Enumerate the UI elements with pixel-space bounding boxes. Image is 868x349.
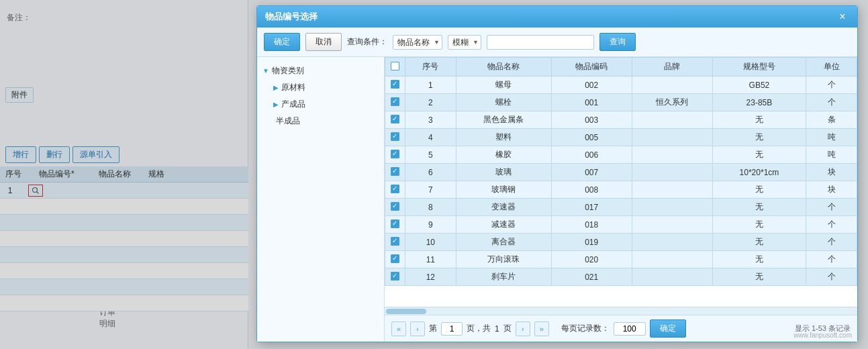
row-code: 007 (551, 164, 632, 181)
modal-titlebar: 物品编号选择 × (257, 6, 857, 28)
row-checkbox-8[interactable] (385, 199, 405, 216)
row-code: 006 (551, 146, 632, 164)
row-num: 4 (405, 129, 456, 146)
tree-child-finished-arrow: ▶ (273, 101, 279, 108)
match-select[interactable]: 模糊 精确 (448, 35, 481, 50)
row-code: 017 (551, 199, 632, 216)
field-select[interactable]: 物品名称 物品编号 品牌 (393, 35, 442, 50)
data-panel: 序号 物品名称 物品编码 品牌 规格型号 单位 1螺母002GB52个2螺栓00… (385, 57, 857, 342)
table-row: 8变速器017无个 (385, 199, 857, 216)
page-number-input[interactable] (441, 322, 463, 336)
th-unit: 单位 (806, 58, 857, 77)
row-checkbox-3[interactable] (385, 111, 405, 129)
checkbox-checked[interactable] (391, 219, 399, 228)
checkbox-checked[interactable] (391, 272, 399, 281)
field-select-wrap[interactable]: 物品名称 物品编号 品牌 (393, 35, 442, 50)
table-row: 9减速器018无个 (385, 216, 857, 234)
row-brand (632, 216, 712, 234)
row-num: 7 (405, 181, 456, 199)
checkbox-checked[interactable] (391, 254, 399, 263)
row-checkbox-5[interactable] (385, 146, 405, 164)
row-name: 螺栓 (456, 94, 551, 111)
row-checkbox-2[interactable] (385, 94, 405, 111)
row-spec: 10*20*1cm (712, 164, 806, 181)
prev-page-button[interactable]: ‹ (410, 321, 425, 336)
row-code: 021 (551, 268, 632, 286)
checkbox-checked[interactable] (391, 115, 399, 123)
row-checkbox-6[interactable] (385, 164, 405, 181)
row-name: 刹车片 (456, 268, 551, 286)
modal-toolbar: 确定 取消 查询条件： 物品名称 物品编号 品牌 模糊 精确 查询 (257, 28, 857, 57)
modal-cancel-button[interactable]: 取消 (305, 33, 342, 51)
th-checkbox[interactable] (385, 58, 405, 77)
row-brand (632, 251, 712, 268)
table-header-row: 序号 物品名称 物品编码 品牌 规格型号 单位 (385, 58, 857, 77)
row-num: 5 (405, 146, 456, 164)
checkbox-checked[interactable] (391, 237, 399, 246)
row-name: 离合器 (456, 234, 551, 251)
row-code: 001 (551, 94, 632, 111)
row-checkbox-11[interactable] (385, 251, 405, 268)
row-name: 黑色金属条 (456, 111, 551, 129)
next-page-button[interactable]: › (516, 321, 530, 336)
query-button[interactable]: 查询 (599, 33, 636, 51)
tree-child-rawmaterial[interactable]: ▶ 原材料 (257, 79, 384, 96)
checkbox-checked[interactable] (391, 150, 399, 158)
pagination-confirm-button[interactable]: 确定 (650, 319, 686, 338)
th-spec: 规格型号 (712, 58, 806, 77)
match-select-wrap[interactable]: 模糊 精确 (448, 35, 481, 50)
row-name: 万向滚珠 (456, 251, 551, 268)
modal-close-button[interactable]: × (836, 10, 849, 23)
table-row: 3黑色金属条003无条 (385, 111, 857, 129)
table-row: 1螺母002GB52个 (385, 77, 857, 94)
row-checkbox-4[interactable] (385, 129, 405, 146)
row-unit: 吨 (806, 146, 857, 164)
row-checkbox-1[interactable] (385, 77, 405, 94)
row-brand (632, 199, 712, 216)
first-page-button[interactable]: « (391, 321, 406, 336)
row-checkbox-7[interactable] (385, 181, 405, 199)
records-per-page-input[interactable] (614, 322, 646, 336)
table-row: 2螺栓001恒久系列23-85B个 (385, 94, 857, 111)
row-num: 9 (405, 216, 456, 234)
checkbox-checked[interactable] (391, 202, 399, 211)
checkbox-checked[interactable] (391, 132, 399, 141)
row-spec: 无 (712, 129, 806, 146)
checkbox-checked[interactable] (391, 185, 399, 193)
page-prefix-label: 第 (429, 323, 437, 334)
th-brand: 品牌 (632, 58, 712, 77)
scroll-thumb[interactable] (386, 309, 426, 314)
row-brand (632, 268, 712, 286)
row-checkbox-9[interactable] (385, 216, 405, 234)
row-spec: 无 (712, 268, 806, 286)
data-table-wrap[interactable]: 序号 物品名称 物品编码 品牌 规格型号 单位 1螺母002GB52个2螺栓00… (385, 57, 857, 307)
horizontal-scrollbar[interactable] (385, 307, 857, 315)
row-name: 螺母 (456, 77, 551, 94)
row-name: 减速器 (456, 216, 551, 234)
table-row: 4塑料005无吨 (385, 129, 857, 146)
row-code: 019 (551, 234, 632, 251)
last-page-button[interactable]: » (534, 321, 549, 336)
checkbox-checked[interactable] (391, 97, 399, 106)
tree-child-finished[interactable]: ▶ 产成品 (257, 96, 384, 113)
query-input[interactable] (487, 35, 594, 50)
modal-title: 物品编号选择 (265, 11, 318, 23)
row-unit: 块 (806, 181, 857, 199)
row-brand (632, 181, 712, 199)
tree-root-arrow: ▼ (262, 67, 269, 74)
checkbox-checked[interactable] (391, 80, 399, 89)
row-code: 020 (551, 251, 632, 268)
row-checkbox-12[interactable] (385, 268, 405, 286)
modal-confirm-button[interactable]: 确定 (264, 33, 300, 51)
row-code: 018 (551, 216, 632, 234)
tree-root-item[interactable]: ▼ 物资类别 (257, 62, 384, 79)
tree-leaf-semifinished-label: 半成品 (276, 116, 300, 126)
row-checkbox-10[interactable] (385, 234, 405, 251)
row-unit: 个 (806, 234, 857, 251)
header-checkbox[interactable] (391, 62, 399, 70)
page-suffix-label: 页，共 (467, 323, 491, 334)
tree-leaf-semifinished[interactable]: 半成品 (257, 113, 384, 130)
row-unit: 个 (806, 251, 857, 268)
checkbox-checked[interactable] (391, 167, 399, 176)
row-code: 003 (551, 111, 632, 129)
